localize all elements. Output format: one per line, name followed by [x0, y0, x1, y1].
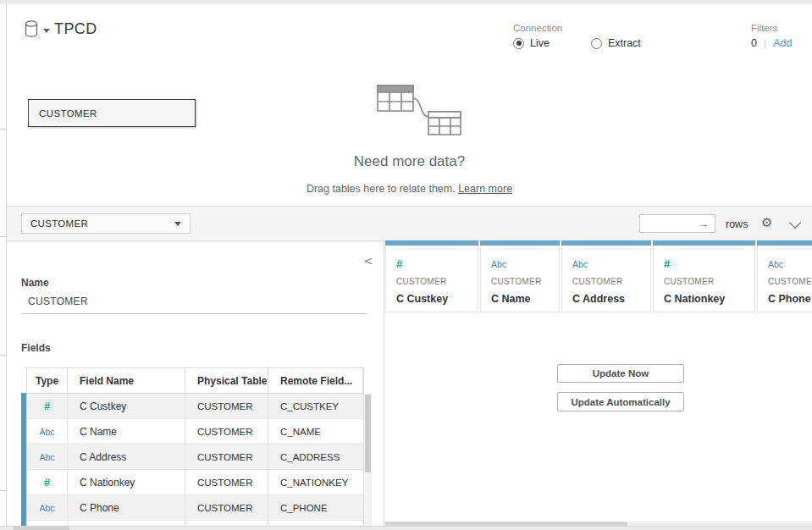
column-field-label: C Address	[572, 293, 650, 305]
field-name-cell: C Custkey	[68, 394, 185, 418]
string-type-icon: Abc	[572, 259, 588, 269]
column-table-label: CUSTOMER	[664, 277, 754, 286]
column-table-label: CUSTOMER	[491, 277, 559, 286]
panel-divider	[384, 241, 384, 530]
fields-label: Fields	[21, 342, 51, 354]
grid-toolbar: CUSTOMER → rows ⚙	[7, 206, 812, 241]
filters-count: 0	[751, 37, 757, 49]
string-type-icon: Abc	[768, 259, 783, 269]
col-header-remote-field[interactable]: Remote Field...	[268, 368, 363, 393]
apply-rows-arrow-icon[interactable]: →	[698, 218, 709, 229]
number-type-icon: #	[44, 400, 50, 412]
update-automatically-button[interactable]: Update Automatically	[557, 392, 684, 411]
col-header-physical-table[interactable]: Physical Table	[185, 368, 268, 393]
update-now-button[interactable]: Update Now	[557, 364, 684, 383]
live-radio[interactable]	[513, 38, 524, 49]
number-type-icon: #	[664, 257, 670, 270]
row-limit-input[interactable]: →	[639, 214, 715, 233]
remote-field-cell: C_PHONE	[268, 495, 363, 520]
left-edge-rail	[0, 3, 7, 526]
name-label: Name	[21, 277, 49, 289]
string-type-icon: Abc	[39, 452, 54, 462]
rows-label: rows	[726, 218, 748, 230]
rail-tick	[0, 236, 7, 237]
name-input-underline	[21, 313, 367, 314]
fields-table-scrollbar[interactable]	[364, 393, 372, 526]
dropdown-caret-icon	[174, 222, 181, 226]
remote-field-cell: C_CUSTKEY	[268, 394, 363, 418]
physical-table-cell: CUSTOMER	[185, 470, 268, 494]
connection-label: Connection	[513, 23, 562, 33]
field-row-c-address[interactable]: Abc C Address CUSTOMER C_ADDRESS	[27, 444, 363, 470]
learn-more-link[interactable]: Learn more	[458, 183, 512, 195]
column-field-label: C Name	[491, 293, 559, 305]
grid-column-c-phone[interactable]: Abc CUSTOMER C Phone	[757, 240, 812, 312]
physical-table-cell: CUSTOMER	[185, 495, 268, 520]
canvas-table-customer[interactable]: CUSTOMER	[28, 99, 196, 127]
field-name-cell: C Address	[68, 444, 185, 469]
grid-column-c-custkey[interactable]: # CUSTOMER C Custkey	[385, 240, 478, 312]
field-row-c-custkey[interactable]: # C Custkey CUSTOMER C_CUSTKEY	[27, 394, 363, 419]
fields-table: Type Field Name Physical Table Remote Fi…	[26, 367, 364, 527]
physical-table-cell: CUSTOMER	[185, 419, 268, 444]
column-table-label: CUSTOMER	[396, 277, 478, 286]
field-name-cell: C Name	[68, 419, 185, 444]
table-selector-value: CUSTOMER	[30, 218, 88, 229]
filters-label: Filters	[751, 23, 777, 33]
tableau-datasource-page: TPCD Connection Live Extract Filters 0 |…	[0, 0, 812, 530]
remote-field-cell: C_NAME	[268, 419, 363, 444]
string-type-icon: Abc	[491, 259, 506, 269]
rail-tick	[0, 129, 7, 130]
chevron-down-icon[interactable]	[789, 217, 801, 229]
window-top-edge	[0, 0, 812, 3]
field-name-cell: C Nationkey	[68, 470, 185, 494]
grid-column-c-nationkey[interactable]: # CUSTOMER C Nationkey	[653, 240, 755, 312]
connection-radio-group: Live Extract	[513, 37, 641, 49]
field-row-c-phone[interactable]: Abc C Phone CUSTOMER C_PHONE	[27, 495, 363, 521]
empty-state-title: Need more data?	[7, 153, 812, 170]
empty-state-subtitle: Drag tables here to relate them. Learn m…	[7, 183, 812, 195]
string-type-icon: Abc	[39, 503, 54, 513]
rail-tick	[0, 490, 7, 491]
filters-add-link[interactable]: Add	[773, 37, 792, 49]
live-radio-label[interactable]: Live	[530, 37, 550, 49]
bottom-scrollbar-thumb[interactable]	[14, 527, 69, 530]
physical-table-cell: CUSTOMER	[185, 444, 268, 469]
extract-radio[interactable]	[591, 38, 602, 49]
remote-field-cell: C_ADDRESS	[268, 444, 363, 469]
col-header-type[interactable]: Type	[27, 368, 68, 393]
bottom-edge	[0, 526, 812, 530]
column-field-label: C Custkey	[396, 293, 478, 305]
relate-tables-illustration-icon	[371, 80, 472, 145]
column-table-label: CUSTOMER	[768, 277, 812, 286]
grid-column-c-address[interactable]: Abc CUSTOMER C Address	[561, 240, 651, 312]
datasource-title: TPCD	[54, 20, 97, 38]
number-type-icon: #	[396, 257, 402, 270]
grid-column-c-name[interactable]: Abc CUSTOMER C Name	[480, 240, 560, 312]
table-selector-dropdown[interactable]: CUSTOMER	[21, 213, 191, 234]
scrollbar-thumb[interactable]	[365, 395, 371, 472]
rail-tick	[0, 355, 7, 356]
empty-state-text: Drag tables here to relate them.	[307, 183, 456, 195]
physical-table-cell: CUSTOMER	[185, 394, 268, 418]
fields-selection-bar	[21, 393, 26, 530]
column-field-label: C Phone	[768, 293, 812, 305]
database-icon[interactable]	[25, 20, 40, 42]
string-type-icon: Abc	[39, 427, 54, 437]
field-row-c-nationkey[interactable]: # C Nationkey CUSTOMER C_NATIONKEY	[27, 470, 363, 495]
extract-radio-label[interactable]: Extract	[608, 37, 641, 49]
field-name-cell: C Phone	[68, 495, 185, 520]
filters-divider: |	[764, 37, 766, 49]
number-type-icon: #	[44, 476, 50, 489]
collapse-panel-chevron-icon[interactable]: <	[363, 254, 373, 268]
field-row-c-name[interactable]: Abc C Name CUSTOMER C_NAME	[27, 419, 363, 444]
column-table-label: CUSTOMER	[572, 277, 650, 286]
col-header-field-name[interactable]: Field Name	[68, 368, 185, 393]
name-input[interactable]: CUSTOMER	[28, 295, 88, 307]
gear-icon[interactable]: ⚙	[761, 215, 772, 230]
column-field-label: C Nationkey	[664, 293, 754, 305]
database-menu-caret-icon[interactable]	[43, 29, 50, 33]
remote-field-cell: C_NATIONKEY	[268, 470, 363, 494]
filters-row: 0 | Add	[751, 37, 792, 49]
fields-table-header: Type Field Name Physical Table Remote Fi…	[27, 368, 363, 394]
